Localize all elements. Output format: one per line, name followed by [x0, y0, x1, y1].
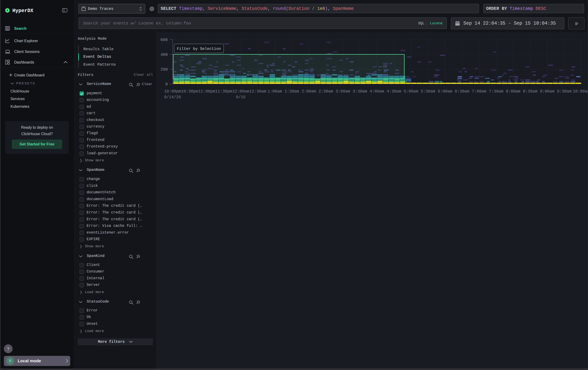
- svg-text:7:00am: 7:00am: [472, 89, 486, 94]
- svg-text:7:30am: 7:30am: [489, 89, 503, 94]
- svg-text:0: 0: [165, 82, 168, 87]
- svg-text:11:30pm: 11:30pm: [215, 89, 232, 94]
- svg-text:9:00am: 9:00am: [540, 89, 554, 94]
- svg-text:2:30am: 2:30am: [319, 89, 333, 94]
- svg-text:9:30am: 9:30am: [557, 89, 571, 94]
- svg-text:12:30am: 12:30am: [249, 89, 266, 94]
- svg-text:2:00am: 2:00am: [302, 89, 316, 94]
- svg-text:3:30am: 3:30am: [353, 89, 367, 94]
- svg-text:6:00am: 6:00am: [438, 89, 452, 94]
- svg-text:400: 400: [160, 52, 168, 57]
- svg-text:600: 600: [160, 38, 168, 42]
- svg-text:5:00am: 5:00am: [404, 89, 418, 94]
- svg-text:8:30am: 8:30am: [523, 89, 537, 94]
- svg-text:1:00am: 1:00am: [267, 89, 282, 94]
- svg-text:11:00pm: 11:00pm: [198, 89, 215, 94]
- svg-text:8:00am: 8:00am: [506, 89, 520, 94]
- svg-text:4:00am: 4:00am: [370, 89, 384, 94]
- svg-text:200: 200: [160, 67, 168, 72]
- svg-text:10:00pm: 10:00pm: [164, 89, 181, 94]
- svg-text:6:30am: 6:30am: [455, 89, 469, 94]
- svg-text:10:30pm: 10:30pm: [181, 89, 198, 94]
- svg-text:10:00am: 10:00am: [573, 89, 588, 94]
- svg-text:Filter by Selection: Filter by Selection: [177, 47, 221, 51]
- svg-text:5:30am: 5:30am: [421, 89, 435, 94]
- svg-text:9/14/25: 9/14/25: [164, 95, 181, 100]
- svg-text:9/15: 9/15: [236, 95, 246, 100]
- svg-text:4:30am: 4:30am: [387, 89, 401, 94]
- svg-text:12:00am: 12:00am: [232, 89, 249, 94]
- svg-text:3:00am: 3:00am: [336, 89, 350, 94]
- svg-text:1:30am: 1:30am: [284, 89, 299, 94]
